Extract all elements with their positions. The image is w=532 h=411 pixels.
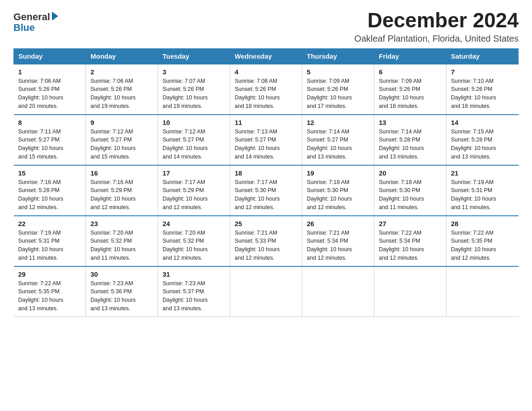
- day-number: 22: [18, 220, 82, 227]
- day-info: Sunrise: 7:12 AM Sunset: 5:27 PM Dayligh…: [90, 128, 153, 161]
- calendar-cell: 28 Sunrise: 7:22 AM Sunset: 5:35 PM Dayl…: [446, 216, 519, 266]
- day-number: 1: [18, 68, 82, 76]
- day-number: 28: [451, 220, 514, 227]
- day-number: 9: [90, 119, 153, 126]
- calendar-cell: [446, 266, 519, 317]
- calendar-cell: 8 Sunrise: 7:11 AM Sunset: 5:27 PM Dayli…: [14, 115, 86, 165]
- title-area: December 2024 Oakleaf Plantation, Florid…: [354, 9, 519, 44]
- day-info: Sunrise: 7:13 AM Sunset: 5:27 PM Dayligh…: [235, 128, 297, 161]
- calendar-cell: 13 Sunrise: 7:14 AM Sunset: 5:28 PM Dayl…: [374, 115, 446, 165]
- header-day-saturday: Saturday: [446, 48, 519, 64]
- day-info: Sunrise: 7:16 AM Sunset: 5:29 PM Dayligh…: [90, 178, 153, 212]
- day-info: Sunrise: 7:19 AM Sunset: 5:31 PM Dayligh…: [18, 229, 82, 262]
- day-number: 31: [163, 270, 225, 278]
- calendar-cell: 16 Sunrise: 7:16 AM Sunset: 5:29 PM Dayl…: [86, 165, 158, 216]
- day-info: Sunrise: 7:12 AM Sunset: 5:27 PM Dayligh…: [163, 128, 225, 161]
- calendar-cell: 23 Sunrise: 7:20 AM Sunset: 5:32 PM Dayl…: [86, 216, 158, 266]
- calendar-week-5: 29 Sunrise: 7:22 AM Sunset: 5:35 PM Dayl…: [14, 266, 519, 317]
- day-number: 29: [18, 270, 82, 278]
- calendar-cell: 24 Sunrise: 7:20 AM Sunset: 5:32 PM Dayl…: [158, 216, 230, 266]
- calendar-header: SundayMondayTuesdayWednesdayThursdayFrid…: [14, 48, 519, 64]
- day-info: Sunrise: 7:14 AM Sunset: 5:28 PM Dayligh…: [379, 128, 442, 161]
- day-info: Sunrise: 7:17 AM Sunset: 5:29 PM Dayligh…: [163, 178, 225, 212]
- logo: General Blue: [13, 9, 58, 34]
- calendar-week-1: 1 Sunrise: 7:06 AM Sunset: 5:26 PM Dayli…: [14, 64, 519, 115]
- day-number: 25: [235, 220, 297, 227]
- day-number: 11: [235, 119, 297, 126]
- day-info: Sunrise: 7:08 AM Sunset: 5:26 PM Dayligh…: [235, 77, 297, 111]
- page-subtitle: Oakleaf Plantation, Florida, United Stat…: [354, 34, 519, 44]
- day-number: 18: [235, 169, 297, 177]
- day-number: 21: [451, 169, 514, 177]
- day-info: Sunrise: 7:22 AM Sunset: 5:35 PM Dayligh…: [451, 229, 514, 262]
- day-info: Sunrise: 7:19 AM Sunset: 5:31 PM Dayligh…: [451, 178, 514, 212]
- calendar-cell: 10 Sunrise: 7:12 AM Sunset: 5:27 PM Dayl…: [158, 115, 230, 165]
- day-info: Sunrise: 7:21 AM Sunset: 5:34 PM Dayligh…: [307, 229, 369, 262]
- calendar-cell: 12 Sunrise: 7:14 AM Sunset: 5:27 PM Dayl…: [302, 115, 374, 165]
- day-number: 14: [451, 119, 514, 126]
- day-number: 6: [379, 68, 442, 76]
- calendar-cell: 17 Sunrise: 7:17 AM Sunset: 5:29 PM Dayl…: [158, 165, 230, 216]
- day-number: 4: [235, 68, 297, 76]
- calendar-cell: 26 Sunrise: 7:21 AM Sunset: 5:34 PM Dayl…: [302, 216, 374, 266]
- calendar-cell: 15 Sunrise: 7:16 AM Sunset: 5:28 PM Dayl…: [14, 165, 86, 216]
- day-info: Sunrise: 7:23 AM Sunset: 5:36 PM Dayligh…: [90, 279, 153, 313]
- calendar-cell: [302, 266, 374, 317]
- day-info: Sunrise: 7:16 AM Sunset: 5:28 PM Dayligh…: [18, 178, 82, 212]
- calendar-week-4: 22 Sunrise: 7:19 AM Sunset: 5:31 PM Dayl…: [14, 216, 519, 266]
- calendar-cell: 19 Sunrise: 7:18 AM Sunset: 5:30 PM Dayl…: [302, 165, 374, 216]
- calendar-cell: [230, 266, 302, 317]
- calendar-table: SundayMondayTuesdayWednesdayThursdayFrid…: [13, 48, 519, 317]
- day-info: Sunrise: 7:15 AM Sunset: 5:28 PM Dayligh…: [451, 128, 514, 161]
- day-info: Sunrise: 7:20 AM Sunset: 5:32 PM Dayligh…: [90, 229, 153, 262]
- day-number: 13: [379, 119, 442, 126]
- header-day-monday: Monday: [86, 48, 158, 64]
- calendar-cell: 20 Sunrise: 7:18 AM Sunset: 5:30 PM Dayl…: [374, 165, 446, 216]
- calendar-cell: 18 Sunrise: 7:17 AM Sunset: 5:30 PM Dayl…: [230, 165, 302, 216]
- day-info: Sunrise: 7:18 AM Sunset: 5:30 PM Dayligh…: [379, 178, 442, 212]
- page-header: General Blue December 2024 Oakleaf Plant…: [13, 9, 519, 44]
- header-row: SundayMondayTuesdayWednesdayThursdayFrid…: [14, 48, 519, 64]
- calendar-cell: 4 Sunrise: 7:08 AM Sunset: 5:26 PM Dayli…: [230, 64, 302, 115]
- calendar-week-2: 8 Sunrise: 7:11 AM Sunset: 5:27 PM Dayli…: [14, 115, 519, 165]
- day-info: Sunrise: 7:22 AM Sunset: 5:35 PM Dayligh…: [18, 279, 82, 313]
- calendar-cell: 21 Sunrise: 7:19 AM Sunset: 5:31 PM Dayl…: [446, 165, 519, 216]
- day-info: Sunrise: 7:10 AM Sunset: 5:26 PM Dayligh…: [451, 77, 514, 111]
- calendar-cell: [374, 266, 446, 317]
- day-info: Sunrise: 7:23 AM Sunset: 5:37 PM Dayligh…: [163, 279, 225, 313]
- calendar-cell: 9 Sunrise: 7:12 AM Sunset: 5:27 PM Dayli…: [86, 115, 158, 165]
- day-number: 30: [90, 270, 153, 278]
- calendar-cell: 5 Sunrise: 7:09 AM Sunset: 5:26 PM Dayli…: [302, 64, 374, 115]
- day-number: 27: [379, 220, 442, 227]
- day-number: 2: [90, 68, 153, 76]
- header-day-friday: Friday: [374, 48, 446, 64]
- day-info: Sunrise: 7:21 AM Sunset: 5:33 PM Dayligh…: [235, 229, 297, 262]
- header-day-thursday: Thursday: [302, 48, 374, 64]
- calendar-cell: 27 Sunrise: 7:22 AM Sunset: 5:34 PM Dayl…: [374, 216, 446, 266]
- day-info: Sunrise: 7:07 AM Sunset: 5:26 PM Dayligh…: [163, 77, 225, 111]
- day-number: 24: [163, 220, 225, 227]
- day-number: 7: [451, 68, 514, 76]
- calendar-cell: 31 Sunrise: 7:23 AM Sunset: 5:37 PM Dayl…: [158, 266, 230, 317]
- day-info: Sunrise: 7:22 AM Sunset: 5:34 PM Dayligh…: [379, 229, 442, 262]
- header-day-sunday: Sunday: [14, 48, 86, 64]
- day-info: Sunrise: 7:17 AM Sunset: 5:30 PM Dayligh…: [235, 178, 297, 212]
- calendar-cell: 29 Sunrise: 7:22 AM Sunset: 5:35 PM Dayl…: [14, 266, 86, 317]
- calendar-cell: 14 Sunrise: 7:15 AM Sunset: 5:28 PM Dayl…: [446, 115, 519, 165]
- day-number: 26: [307, 220, 369, 227]
- day-info: Sunrise: 7:18 AM Sunset: 5:30 PM Dayligh…: [307, 178, 369, 212]
- calendar-cell: 6 Sunrise: 7:09 AM Sunset: 5:26 PM Dayli…: [374, 64, 446, 115]
- day-number: 17: [163, 169, 225, 177]
- day-number: 3: [163, 68, 225, 76]
- day-info: Sunrise: 7:20 AM Sunset: 5:32 PM Dayligh…: [163, 229, 225, 262]
- calendar-body: 1 Sunrise: 7:06 AM Sunset: 5:26 PM Dayli…: [14, 64, 519, 317]
- logo-blue-text: Blue: [13, 22, 35, 34]
- logo-general-text: General: [13, 11, 50, 23]
- calendar-cell: 22 Sunrise: 7:19 AM Sunset: 5:31 PM Dayl…: [14, 216, 86, 266]
- day-number: 10: [163, 119, 225, 126]
- calendar-cell: 3 Sunrise: 7:07 AM Sunset: 5:26 PM Dayli…: [158, 64, 230, 115]
- day-number: 20: [379, 169, 442, 177]
- calendar-cell: 11 Sunrise: 7:13 AM Sunset: 5:27 PM Dayl…: [230, 115, 302, 165]
- day-info: Sunrise: 7:09 AM Sunset: 5:26 PM Dayligh…: [379, 77, 442, 111]
- logo-arrow-icon: [52, 12, 58, 21]
